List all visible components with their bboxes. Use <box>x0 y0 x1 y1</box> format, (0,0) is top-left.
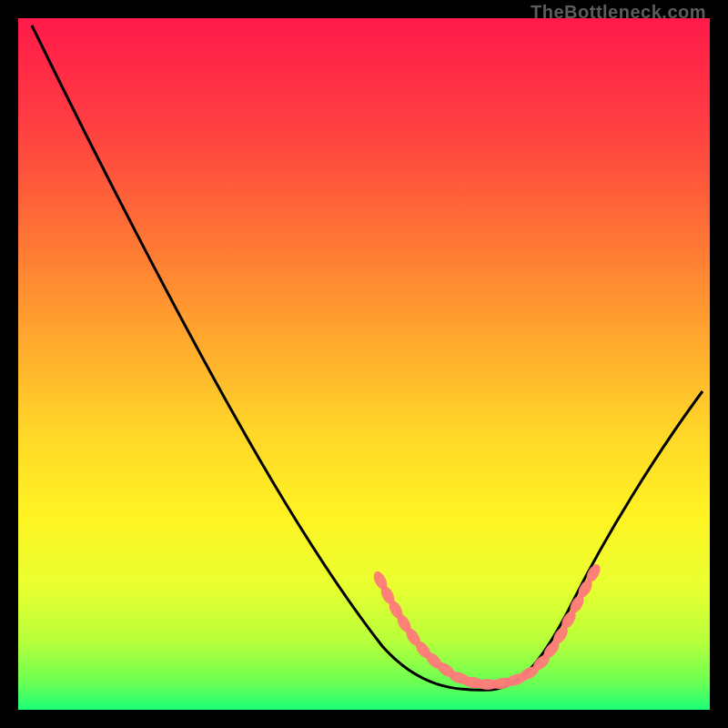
chart-svg <box>18 18 710 710</box>
gradient-background <box>18 18 710 710</box>
chart-frame <box>18 18 710 710</box>
watermark-text: TheBottleneck.com <box>531 2 706 23</box>
